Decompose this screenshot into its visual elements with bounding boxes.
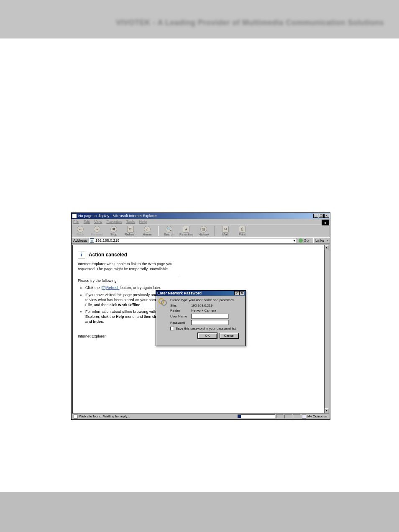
forward-button[interactable]: →Forward	[91, 226, 103, 236]
menu-help[interactable]: Help	[139, 220, 147, 224]
close-button[interactable]: ✕	[324, 214, 329, 218]
site-label: Site:	[170, 304, 189, 307]
scroll-down-icon[interactable]: ▼	[325, 408, 329, 413]
ie-menubar: File Edit View Favorites Tools Help	[72, 219, 330, 225]
zone-label: My Computer	[307, 414, 327, 418]
refresh-button[interactable]: ⟳Refresh	[124, 226, 137, 236]
ie-title-text: No page to display - Microsoft Internet …	[78, 214, 157, 218]
ok-button[interactable]: OK	[198, 333, 217, 339]
try-label: Please try the following:	[78, 279, 319, 283]
menu-edit[interactable]: Edit	[84, 220, 90, 224]
keys-icon	[159, 298, 166, 306]
history-button[interactable]: ◷History	[197, 226, 210, 236]
content-title: Action canceled	[89, 252, 127, 258]
realm-label: Realm	[170, 309, 189, 312]
security-zone: My Computer	[302, 414, 329, 419]
username-input[interactable]	[191, 314, 229, 319]
mail-button[interactable]: ✉Mail	[219, 226, 232, 236]
status-progress	[238, 414, 275, 418]
ie-titlebar: No page to display - Microsoft Internet …	[72, 213, 330, 219]
address-input[interactable]: e 192.168.0.219 ▼	[89, 238, 297, 243]
vertical-scrollbar[interactable]: ▲ ▼	[324, 245, 329, 414]
links-label[interactable]: Links	[315, 238, 324, 243]
status-cell	[276, 414, 284, 419]
print-button[interactable]: ⎙Print	[236, 226, 248, 236]
save-password-checkbox[interactable]	[170, 327, 174, 330]
header-blur-text: VIVOTEK - A Leading Provider of Multimed…	[116, 18, 384, 27]
go-icon	[299, 238, 303, 243]
doc-footer	[0, 492, 399, 532]
toolbar-divider	[158, 226, 159, 236]
minimize-button[interactable]: _	[313, 214, 318, 218]
address-dropdown-icon[interactable]: ▼	[293, 239, 296, 242]
status-bar: Web site found. Waiting for reply... My …	[72, 414, 329, 419]
scroll-up-icon[interactable]: ▲	[325, 245, 329, 250]
dialog-instruction: Please type your user name and password.	[170, 298, 242, 302]
dialog-titlebar: Enter Network Password ? ✕	[156, 291, 246, 296]
ie-app-icon	[72, 214, 77, 218]
password-dialog: Enter Network Password ? ✕ Please type y…	[156, 290, 246, 346]
ie-page-icon: e	[90, 238, 94, 243]
save-password-label: Save this password in your password list	[176, 327, 236, 330]
realm-value: Network Camera	[191, 309, 216, 312]
maximize-button[interactable]: ❐	[319, 214, 324, 218]
refresh-inline-icon: ⟳	[102, 286, 105, 290]
status-text: Web site found. Waiting for reply...	[79, 414, 130, 418]
ie-toolbar: ←Back →Forward ✖Stop ⟳Refresh ⌂Home 🔍Sea…	[72, 225, 330, 237]
username-label: User Name	[170, 315, 189, 318]
dialog-help-button[interactable]: ?	[234, 291, 239, 295]
back-button[interactable]: ←Back	[74, 226, 87, 236]
content-hr	[78, 275, 178, 275]
dialog-close-button[interactable]: ✕	[239, 291, 244, 295]
address-label: Address	[73, 238, 87, 243]
home-button[interactable]: ⌂Home	[141, 226, 153, 236]
go-button[interactable]: Go	[299, 238, 311, 243]
info-icon: i	[78, 251, 85, 258]
password-input[interactable]	[191, 320, 229, 325]
stop-button[interactable]: ✖Stop	[107, 226, 120, 236]
status-cell	[293, 414, 300, 419]
addr-divider	[313, 238, 314, 243]
favorites-button[interactable]: ★Favorites	[179, 226, 193, 236]
address-bar: Address e 192.168.0.219 ▼ Go Links»	[72, 237, 330, 244]
menu-tools[interactable]: Tools	[126, 220, 135, 224]
site-value: 192.168.0.219	[191, 304, 212, 307]
header-divider	[0, 38, 399, 38]
menu-favorites[interactable]: Favorites	[106, 220, 122, 224]
suggestion-1: Click the ⟳Refresh button, or try again …	[85, 285, 177, 290]
search-button[interactable]: 🔍Search	[163, 226, 175, 236]
status-page-icon	[74, 414, 78, 419]
menu-view[interactable]: View	[94, 220, 102, 224]
menu-file[interactable]: File	[73, 220, 79, 224]
refresh-link[interactable]: Refresh	[106, 286, 120, 290]
address-value: 192.168.0.219	[95, 238, 120, 243]
ie-throbber-icon: e	[322, 220, 329, 225]
cancel-button[interactable]: Cancel	[220, 333, 239, 339]
zone-icon	[302, 414, 306, 419]
content-desc: Internet Explorer was unable to link to …	[78, 262, 187, 271]
dialog-title: Enter Network Password	[157, 291, 202, 295]
doc-header: VIVOTEK - A Leading Provider of Multimed…	[0, 15, 399, 30]
status-cell	[284, 414, 292, 419]
password-label: Password	[170, 321, 189, 325]
toolbar-divider	[214, 226, 215, 236]
